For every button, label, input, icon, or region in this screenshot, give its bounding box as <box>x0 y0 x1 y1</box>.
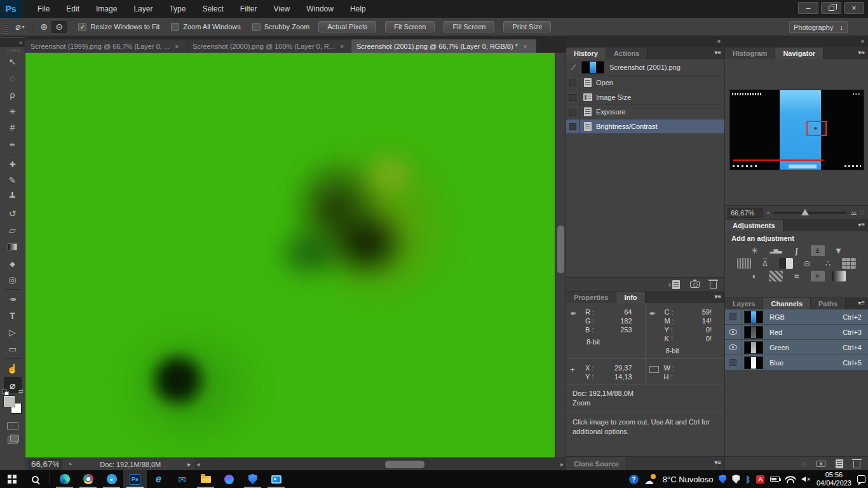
tab-history[interactable]: History <box>566 48 606 59</box>
path-selection-tool[interactable] <box>4 324 22 341</box>
marquee-tool[interactable] <box>4 70 22 86</box>
zoom-out-mountain-icon[interactable]: ▵ <box>767 210 770 215</box>
security-app-taskbar-button[interactable] <box>241 470 264 488</box>
exposure-icon[interactable] <box>811 245 825 256</box>
eyedropper-plus-icon[interactable]: ✒ <box>649 308 665 356</box>
navigator-view-box[interactable] <box>806 121 827 136</box>
zoom-in-mountain-icon[interactable]: ▵▵ <box>851 208 855 217</box>
type-tool[interactable] <box>4 308 22 324</box>
help-tray-icon[interactable]: ? <box>629 475 639 484</box>
history-brush-source-cell[interactable] <box>566 90 580 104</box>
dodge-tool[interactable] <box>4 271 22 288</box>
channel-mixer-icon[interactable] <box>821 258 835 269</box>
menu-view[interactable]: View <box>265 0 298 18</box>
vertical-scrollbar[interactable] <box>555 53 566 458</box>
menu-select[interactable]: Select <box>194 0 231 18</box>
visibility-cell[interactable] <box>725 355 742 370</box>
save-selection-button[interactable] <box>817 461 825 467</box>
history-step-brightness-contrast[interactable]: Brightness/Contrast <box>566 119 724 134</box>
zoom-in-button[interactable]: ⊕ <box>36 21 51 33</box>
visibility-cell[interactable] <box>725 340 742 355</box>
zoom-slider-thumb[interactable] <box>801 209 809 215</box>
edge-taskbar-button[interactable] <box>53 470 76 488</box>
panel-menu-icon[interactable]: ▾≡ <box>714 459 721 466</box>
document-tab-2[interactable]: Screenshot (2000).png @ 100% (Layer 0, R… <box>187 39 351 53</box>
color-balance-icon[interactable] <box>758 258 772 269</box>
menu-edit[interactable]: Edit <box>58 0 88 18</box>
menu-window[interactable]: Window <box>298 0 342 18</box>
quick-mask-button[interactable]: ◌ <box>7 422 18 430</box>
new-snapshot-button[interactable] <box>690 281 700 288</box>
delete-state-button[interactable] <box>710 281 717 289</box>
scroll-right-icon[interactable]: ▸ <box>560 461 564 468</box>
print-size-button[interactable]: Print Size <box>503 21 551 32</box>
invert-icon[interactable] <box>748 271 762 281</box>
hue-saturation-icon[interactable] <box>737 258 751 269</box>
panel-menu-icon[interactable]: ▾≡ <box>858 221 865 228</box>
vertical-scrollbar-thumb[interactable] <box>557 226 564 273</box>
spot-healing-brush-tool[interactable] <box>4 156 22 172</box>
delete-channel-button[interactable] <box>853 461 860 468</box>
collapse-to-icons-button[interactable]: » <box>725 37 868 47</box>
start-button[interactable] <box>0 470 24 488</box>
tab-channels[interactable]: Channels <box>763 298 811 309</box>
visibility-cell[interactable] <box>725 325 742 339</box>
tab-info[interactable]: Info <box>616 292 645 303</box>
tab-layers[interactable]: Layers <box>725 298 763 309</box>
navigator-zoom-slider[interactable] <box>773 212 847 214</box>
document-tab-3[interactable]: Screenshot (2001).png @ 66,7% (Layer 0, … <box>351 39 537 53</box>
status-menu-arrow-icon[interactable]: ▸ <box>187 461 191 468</box>
screen-mode-button[interactable] <box>8 437 18 444</box>
scroll-left-icon[interactable]: ◂ <box>196 461 200 468</box>
zoom-out-button[interactable]: ⊖ <box>51 21 67 33</box>
eraser-tool[interactable] <box>4 222 22 238</box>
lasso-tool[interactable] <box>4 86 22 103</box>
history-step-exposure[interactable]: Exposure <box>566 105 724 119</box>
panel-resize-grip[interactable] <box>859 210 865 216</box>
canvas[interactable] <box>25 53 566 458</box>
selective-color-icon[interactable] <box>811 271 825 281</box>
antivirus-shield-icon[interactable] <box>719 475 726 484</box>
magic-wand-tool[interactable] <box>4 103 22 119</box>
fit-screen-button[interactable]: Fit Screen <box>385 21 435 32</box>
history-brush-tool[interactable] <box>4 205 22 222</box>
volume-muted-icon[interactable]: ✕ <box>801 477 811 482</box>
rocket-app-taskbar-button[interactable] <box>100 470 123 488</box>
menu-file[interactable]: File <box>29 0 58 18</box>
search-button[interactable] <box>24 470 47 488</box>
action-center-icon[interactable] <box>857 475 865 483</box>
color-swatches[interactable]: ⇄ <box>3 395 22 414</box>
load-selection-button[interactable]: ◌ <box>801 459 806 468</box>
photo-filter-icon[interactable] <box>800 258 814 269</box>
curves-icon[interactable] <box>790 245 804 256</box>
defender-shield-icon[interactable] <box>732 475 740 484</box>
bluetooth-icon[interactable]: ᛒ <box>745 475 750 484</box>
avira-icon[interactable]: A <box>756 475 764 484</box>
zoom-level-field[interactable] <box>28 459 62 470</box>
navigator-zoom-field[interactable] <box>728 208 763 218</box>
move-tool[interactable] <box>4 53 22 70</box>
document-tab-1[interactable]: Screenshot (1999).png @ 66,7% (Layer 0, … <box>25 39 187 53</box>
channel-row-red[interactable]: Red Ctrl+3 <box>725 325 868 340</box>
zoom-all-windows-checkbox[interactable]: Zoom All Windows <box>171 23 240 31</box>
hand-tool[interactable] <box>4 360 22 377</box>
actual-pixels-button[interactable]: Actual Pixels <box>318 21 376 32</box>
tab-navigator[interactable]: Navigator <box>775 48 824 59</box>
chrome-taskbar-button[interactable] <box>76 470 100 488</box>
weather-text[interactable]: 8°C Nuvoloso <box>663 475 714 484</box>
panel-menu-icon[interactable]: ▾≡ <box>858 49 865 56</box>
default-colors-icon[interactable] <box>3 390 8 395</box>
shape-tool[interactable] <box>4 341 22 357</box>
tab-close-icon[interactable]: × <box>175 43 179 50</box>
taskbar-clock[interactable]: 05:56 04/04/2023 <box>817 471 851 487</box>
black-white-icon[interactable] <box>779 258 793 269</box>
close-button[interactable]: × <box>844 2 864 14</box>
workspace-select[interactable]: Photography ↕ <box>789 21 848 33</box>
scrubby-zoom-checkbox[interactable]: Scrubby Zoom <box>252 23 310 31</box>
history-brush-source-cell[interactable] <box>566 119 580 133</box>
battery-icon[interactable] <box>770 477 780 482</box>
channel-row-green[interactable]: Green Ctrl+4 <box>725 340 868 355</box>
history-step-open[interactable]: Open <box>566 76 724 90</box>
swap-colors-icon[interactable]: ⇄ <box>18 388 24 395</box>
menu-type[interactable]: Type <box>161 0 194 18</box>
